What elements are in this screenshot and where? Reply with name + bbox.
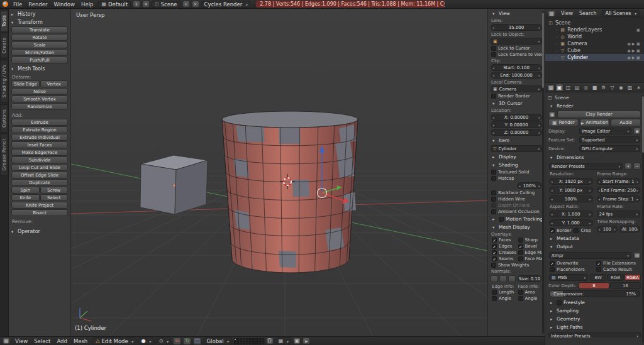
cylinder-object[interactable]	[222, 111, 358, 273]
n-panel-scrollbar[interactable]	[542, 11, 544, 334]
properties-tab[interactable]: ◉	[617, 84, 625, 92]
properties-tab[interactable]: ▣	[555, 84, 564, 92]
outliner-row[interactable]: ▣ Camera ◉▶▣	[545, 40, 644, 47]
aspect-x-field[interactable]: X: 1.000	[549, 211, 593, 217]
manipulator-translate-toggle[interactable]	[173, 337, 181, 345]
dimension-checkbox[interactable]: Border	[548, 227, 572, 234]
local-camera-field[interactable]: Camera	[491, 85, 542, 92]
shading-checkbox[interactable]: Backface Culling	[490, 190, 543, 196]
dimension-checkbox[interactable]: Crop	[572, 227, 592, 234]
lock-object-field[interactable]	[491, 38, 542, 45]
outliner-editor-type-button[interactable]	[548, 10, 555, 17]
orientation-select[interactable]: Global	[203, 337, 231, 344]
lock-camera-checkbox[interactable]: Lock Camera to View	[490, 52, 543, 58]
top-menu-item[interactable]: Help	[78, 1, 96, 8]
render-display-select[interactable]: Image Editor	[579, 128, 631, 134]
normals-size-field[interactable]: Size: 0.10	[518, 275, 541, 282]
panel-metadata-header[interactable]: Metadata	[548, 234, 641, 243]
tool-button[interactable]: Screw	[40, 187, 69, 194]
shading-checkbox[interactable]: Matcap	[490, 175, 543, 182]
device-select[interactable]: GPU Compute	[579, 145, 640, 152]
output-path-field[interactable]: /tmp/	[549, 252, 631, 259]
feature-set-select[interactable]: Supported	[579, 136, 640, 143]
overlay-checkbox[interactable]: Faces	[491, 237, 516, 243]
scene-select[interactable]: Scene	[152, 1, 180, 8]
outliner-menu-item[interactable]: View	[558, 11, 576, 16]
render-border-checkbox[interactable]: Render Border	[490, 93, 543, 99]
tool-button[interactable]: Slide Edge	[11, 80, 40, 87]
scrollbar-thumb[interactable]	[542, 13, 544, 88]
panel-dimensions-header[interactable]: Dimensions	[548, 153, 641, 162]
properties-tab[interactable]: ▽	[608, 84, 616, 92]
properties-tab[interactable]: ■	[591, 84, 599, 92]
panel-item-header[interactable]: Item	[490, 136, 543, 145]
tool-button[interactable]: Bisect	[11, 209, 68, 216]
toolshelf-tab[interactable]: Options	[0, 104, 8, 133]
remove-preset-button[interactable]	[633, 163, 641, 170]
collapsed-panel-header[interactable]: Sampling	[548, 307, 641, 315]
layers-widget[interactable]	[234, 338, 264, 344]
properties-tab[interactable]: ▨	[626, 84, 634, 92]
outliner-display-mode-select[interactable]: All Scenes	[602, 10, 639, 17]
outliner-row[interactable]: ▽ Cylinder ◉▶▣	[545, 54, 644, 61]
top-menu-item[interactable]: Render	[25, 1, 50, 8]
editor-type-select[interactable]	[3, 337, 10, 344]
outliner-row[interactable]: ▽ Cube ◉▶▣	[545, 47, 644, 54]
tool-button[interactable]: Translate	[11, 26, 68, 33]
properties-tab[interactable]: ⚙	[599, 84, 608, 92]
info-checkbox[interactable]: Length	[491, 289, 516, 295]
restrict-toggles[interactable]: ▣	[636, 28, 641, 33]
add-preset-button[interactable]	[625, 163, 632, 170]
frame-rate-select[interactable]: 24 fps	[597, 211, 641, 217]
tool-button[interactable]: Offset Edge Slide	[11, 172, 68, 178]
shading-checkbox[interactable]: Depth Of Field	[490, 202, 543, 209]
remap-old-field[interactable]: 100	[597, 226, 618, 233]
remap-new-field[interactable]: N: 100	[619, 226, 640, 233]
top-menu-item[interactable]: File	[10, 1, 25, 8]
cursor-x-field[interactable]: X: 0.00000	[491, 114, 542, 121]
viewport-menu-item[interactable]: Select	[31, 338, 53, 344]
snap-toggle[interactable]	[266, 337, 274, 344]
tool-button[interactable]: Rotate	[11, 34, 68, 41]
output-checkbox[interactable]: Cache Result	[595, 266, 641, 273]
panel-mesh-tools-header[interactable]: Mesh Tools	[9, 65, 70, 73]
tool-button[interactable]: Push/Pull	[11, 57, 68, 63]
snap-element-select[interactable]	[275, 337, 292, 344]
opengl-render-button[interactable]	[293, 337, 301, 344]
properties-tab[interactable]: ◎	[582, 84, 590, 92]
file-browse-button[interactable]	[633, 252, 641, 259]
viewport-3d[interactable]: User Persp (1) Cylinder	[71, 9, 487, 336]
screen-layout-select[interactable]: Default	[98, 1, 131, 8]
overlay-checkbox[interactable]: Sharp	[517, 237, 543, 243]
clip-end-field[interactable]: End: 1000.000	[491, 72, 542, 79]
resolution-x-field[interactable]: X: 1920 px	[549, 178, 593, 185]
collapsed-panel-header[interactable]: Geometry	[548, 315, 641, 323]
panel-output-header[interactable]: Output	[548, 243, 641, 251]
start-frame-field[interactable]: Start Frame: 1	[597, 178, 641, 185]
tool-button[interactable]: Loop Cut and Slide	[11, 164, 68, 171]
panel-freestyle-header[interactable]: Freestyle	[548, 298, 641, 307]
tool-button[interactable]: Inset Faces	[11, 141, 68, 148]
channel-button[interactable]: RGB	[607, 274, 623, 281]
info-checkbox[interactable]: Area	[517, 289, 543, 295]
tool-button[interactable]: Vertex	[40, 80, 69, 87]
viewport-shading-select[interactable]	[138, 337, 154, 344]
outliner-row[interactable]: ◎ World	[545, 33, 644, 40]
panel-transform-header[interactable]: Transform	[9, 18, 70, 26]
manipulator-scale-toggle[interactable]	[193, 337, 201, 345]
render-engine-select[interactable]: Cycles Render	[201, 1, 251, 8]
properties-editor-type-button[interactable]	[547, 84, 555, 91]
overlay-checkbox[interactable]: Edge Ma..	[517, 249, 543, 256]
motion-tracking-checkbox[interactable]	[499, 217, 504, 222]
panel-mesh-display-header[interactable]: Mesh Display	[490, 223, 543, 231]
frame-step-field[interactable]: Frame Step: 1	[597, 195, 641, 202]
viewport-menu-item[interactable]: Mesh	[70, 338, 91, 344]
panel-shading-header[interactable]: Shading	[490, 161, 543, 169]
overlay-checkbox[interactable]: Edges	[491, 243, 516, 249]
restrict-toggles[interactable]: ◉▶▣	[627, 48, 641, 53]
toolshelf-tab[interactable]: Create	[0, 33, 8, 58]
manipulator-rotate-toggle[interactable]	[183, 337, 191, 345]
tool-button[interactable]: Select	[40, 194, 69, 201]
tool-button[interactable]: Subdivide	[11, 156, 68, 163]
clay-render-button[interactable]: Clay Render	[557, 111, 641, 118]
